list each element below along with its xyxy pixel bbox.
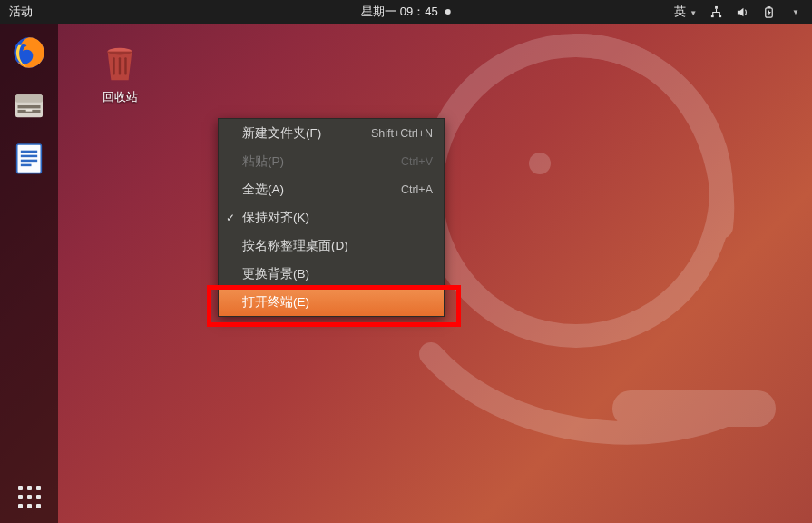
network-icon[interactable] [709, 5, 723, 19]
dock-item-writer[interactable] [9, 138, 49, 178]
menu-item-label: 保持对齐(K) [242, 210, 309, 226]
svg-rect-16 [21, 160, 37, 163]
writer-icon [11, 140, 47, 176]
menu-item-organize-by-name[interactable]: 按名称整理桌面(D) [219, 232, 444, 260]
svg-point-1 [529, 153, 551, 174]
top-bar: 活动 星期一 09：45 英▼ ▼ [0, 0, 812, 24]
datetime-label: 星期一 09：45 [361, 4, 438, 20]
svg-rect-14 [21, 151, 37, 153]
volume-icon[interactable] [736, 5, 749, 19]
menu-item-new-folder[interactable]: 新建文件夹(F) Shift+Ctrl+N [219, 119, 444, 147]
desktop-icon-label: 回收站 [83, 89, 156, 105]
svg-rect-17 [21, 164, 32, 167]
menu-item-label: 全选(A) [242, 182, 284, 198]
dock-item-firefox[interactable] [9, 33, 49, 73]
menu-item-shortcut: Shift+Ctrl+N [371, 127, 433, 140]
svg-rect-6 [768, 6, 771, 8]
chevron-down-icon: ▼ [690, 9, 697, 17]
battery-icon[interactable] [762, 5, 776, 19]
desktop-icon-trash[interactable]: 回收站 [83, 44, 156, 105]
svg-rect-4 [719, 15, 721, 17]
desktop-context-menu: 新建文件夹(F) Shift+Ctrl+N 粘贴(P) Ctrl+V 全选(A)… [218, 118, 445, 317]
files-icon [11, 87, 47, 123]
menu-item-label: 打开终端(E) [242, 294, 309, 311]
apps-grid-icon [18, 486, 41, 508]
svg-rect-19 [113, 57, 114, 74]
svg-rect-9 [15, 94, 43, 102]
menu-item-shortcut: Ctrl+V [401, 155, 433, 168]
dock-item-files[interactable] [9, 85, 49, 125]
svg-rect-21 [124, 57, 126, 74]
menu-item-shortcut: Ctrl+A [401, 183, 433, 196]
notification-dot-icon [445, 9, 451, 15]
show-applications-button[interactable] [0, 486, 58, 508]
svg-rect-15 [21, 155, 37, 158]
firefox-icon [11, 35, 47, 71]
menu-item-paste: 粘贴(P) Ctrl+V [219, 147, 444, 175]
svg-rect-3 [711, 15, 714, 17]
menu-item-keep-aligned[interactable]: 保持对齐(K) [219, 203, 444, 232]
dock [0, 24, 58, 523]
menu-item-label: 按名称整理桌面(D) [242, 238, 348, 254]
activities-button[interactable]: 活动 [0, 4, 42, 20]
svg-rect-12 [26, 109, 33, 112]
system-menu-chevron-icon[interactable]: ▼ [792, 8, 799, 16]
ime-indicator[interactable]: 英▼ [674, 4, 697, 20]
trash-icon [99, 44, 141, 85]
svg-point-0 [431, 45, 721, 336]
menu-item-label: 新建文件夹(F) [242, 125, 321, 142]
clock[interactable]: 星期一 09：45 [361, 4, 451, 20]
menu-item-open-terminal[interactable]: 打开终端(E) [219, 288, 444, 316]
svg-rect-20 [119, 57, 121, 74]
menu-item-label: 更换背景(B) [242, 266, 309, 282]
svg-rect-13 [17, 144, 42, 173]
menu-item-select-all[interactable]: 全选(A) Ctrl+A [219, 175, 444, 203]
svg-rect-2 [715, 5, 718, 8]
menu-item-change-background[interactable]: 更换背景(B) [219, 260, 444, 288]
menu-item-label: 粘贴(P) [242, 153, 284, 170]
svg-rect-10 [18, 105, 41, 108]
